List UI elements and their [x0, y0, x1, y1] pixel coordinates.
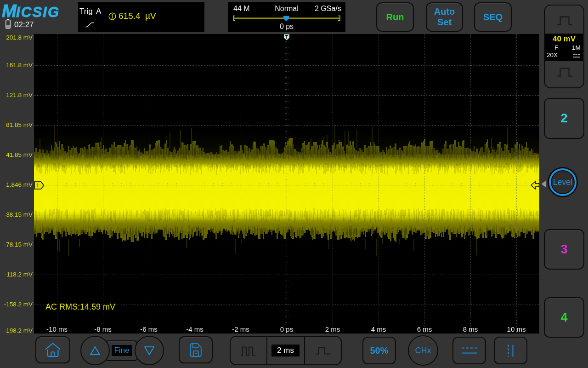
svg-text:1: 1 — [36, 183, 39, 188]
svg-text:ICSIG: ICSIG — [16, 4, 60, 18]
svg-text:1: 1 — [111, 13, 114, 20]
svg-text:M: M — [2, 1, 17, 18]
